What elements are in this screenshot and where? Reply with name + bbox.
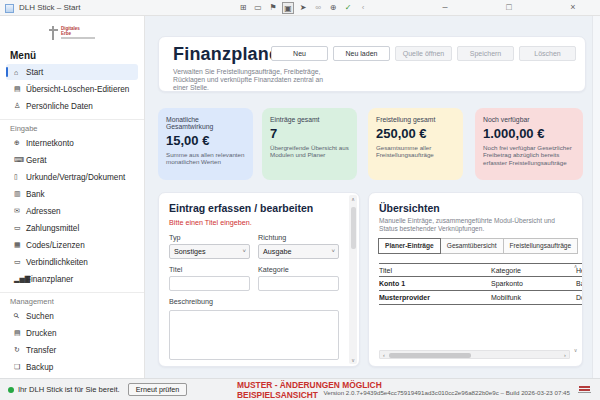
collapse-chevron-icon[interactable]: ‹ (357, 2, 369, 14)
cursor-flag-icon[interactable]: ⚑ (267, 2, 279, 14)
richtung-select[interactable]: Ausgabe ˅ (258, 244, 339, 259)
main-scrollbar[interactable] (592, 16, 600, 378)
scroll-left-icon[interactable]: ‹ (380, 351, 388, 359)
sidebar-item-drucken[interactable]: ▤ Drucken (6, 325, 138, 341)
titel-input[interactable] (169, 276, 250, 291)
capture-region-icon[interactable]: ▣ (282, 2, 294, 14)
sidebar-item-urkunde-vertrag-dokument[interactable]: ▯ Urkunde/Vertrag/Dokument (6, 169, 138, 185)
sidebar-item-finanzplaner[interactable]: ▂▅▇ Finanzplaner (6, 271, 138, 287)
sidebar-item-label: Gerät (26, 156, 46, 165)
capture-monitor-icon[interactable]: ▭ (252, 2, 264, 14)
sidebar-item-backup[interactable]: ❏ Backup (6, 359, 138, 375)
window-title: DLH Stick – Start (19, 3, 80, 12)
addresses-icon: ✉ (14, 207, 26, 215)
app-logo: Digitales Erbe (42, 20, 102, 45)
logo-cross-icon (49, 26, 58, 40)
sidebar-item-label: Codes/Lizenzen (26, 241, 85, 250)
table-horizontal-scrollbar[interactable]: ‹ › (379, 350, 570, 359)
beschreibung-label: Beschreibung (169, 297, 339, 306)
overview-subtitle: Manuelle Einträge, zusammengeführte Modu… (379, 217, 569, 233)
summary-card-eintraege-gesamt: Einträge gesamt 7 Übergreifende Übersich… (262, 108, 357, 180)
maximize-button[interactable]: □ (502, 2, 516, 14)
table-header-row: Titel Kategorie Herkunft (379, 263, 582, 277)
erneut-pruefen-button[interactable]: Erneut prüfen (128, 383, 188, 396)
cell-titel: Musterprovider (379, 291, 491, 304)
scrollbar-thumb[interactable] (351, 207, 356, 249)
bank-icon: ▥ (14, 190, 26, 198)
sidebar-item-verbindlichkeiten[interactable]: ▭ Verbindlichkeiten (6, 254, 138, 270)
sidebar-item-start[interactable]: ⌂ Start (6, 64, 138, 80)
quelle-oeffnen-button[interactable]: Quelle öffnen (395, 46, 452, 61)
card-desc: Noch frei verfügbar Gesetzlicher Freibet… (483, 144, 575, 166)
cursor-window-icon[interactable]: ➤ (297, 2, 309, 14)
typ-value: Sonstiges (174, 247, 206, 256)
overview-table: Titel Kategorie Herkunft Konto 1 Sparkon… (379, 263, 582, 346)
link-icon[interactable]: ∞ (312, 2, 324, 14)
typ-select[interactable]: Sonstiges ˅ (169, 244, 250, 259)
neu-button[interactable]: Neu (271, 46, 328, 61)
finanzplaner-header-card: Finanzplaner Verwalten Sie Freistellungs… (158, 36, 586, 92)
scroll-down-icon[interactable]: ∨ (572, 347, 579, 353)
table-row[interactable]: Musterprovider Mobilfunk Dokument (379, 291, 582, 305)
col-titel: Titel (379, 264, 491, 277)
kategorie-input[interactable] (258, 276, 339, 291)
scroll-up-icon[interactable]: ∧ (349, 196, 357, 202)
upload-globe-icon[interactable]: ⊕ (327, 2, 339, 14)
sidebar-item-zahlungsmittel[interactable]: ▭ Zahlungsmittel (6, 220, 138, 236)
sidebar-item-geraet[interactable]: ⌨ Gerät (6, 152, 138, 168)
liabilities-card-icon: ▭ (14, 258, 26, 266)
cell-kategorie: Mobilfunk (491, 291, 576, 304)
titel-label: Titel (169, 265, 250, 274)
logo-text: Erbe (61, 31, 95, 36)
richtung-value: Ausgabe (263, 247, 291, 256)
card-value: 7 (270, 126, 349, 141)
capture-window-icon[interactable]: ⊞ (237, 2, 249, 14)
form-scrollbar[interactable]: ∧ ∨ (349, 195, 357, 364)
sidebar-item-codes-lizenzen[interactable]: ▦ Codes/Lizenzen (6, 237, 138, 253)
tab-planer-eintraege[interactable]: Planer-Einträge (378, 238, 441, 254)
sidebar-item-suchen[interactable]: ⚲ Suchen (6, 308, 138, 324)
status-ready-text: Ihr DLH Stick ist für Sie bereit. (18, 385, 120, 394)
kategorie-label: Kategorie (258, 265, 339, 274)
tab-gesamtuebersicht[interactable]: Gesamtübersicht (440, 238, 504, 254)
capture-toolbar: ⊞ ▭ ⚑ ▣ ➤ ∞ ⊕ ✓ ‹ (237, 1, 369, 15)
summary-card-monatliche-gesamtwirkung: Monatliche Gesamtwirkung 15,00 € Summe a… (158, 108, 253, 180)
backup-file-icon: ❏ (14, 363, 26, 371)
tab-freistellungsauftraege[interactable]: Freistellungsaufträge (503, 238, 579, 254)
sidebar-item-internetkonto[interactable]: ⊕ Internetkonto (6, 135, 138, 151)
codes-grid-icon: ▦ (14, 241, 26, 249)
table-vertical-scrollbar[interactable]: ∧ ∨ (572, 263, 579, 353)
sidebar-item-bank[interactable]: ▥ Bank (6, 186, 138, 202)
sidebar-item-label: Drucken (26, 329, 57, 338)
beschreibung-textarea[interactable] (169, 310, 339, 360)
card-value: 15,00 € (166, 133, 245, 148)
neu-laden-button[interactable]: Neu laden (333, 46, 390, 61)
minimize-button[interactable]: – (438, 2, 452, 14)
menu-header: Menü (10, 50, 144, 61)
sidebar-item-uebersicht-loeschen-editieren[interactable]: ▤ Übersicht-Löschen-Editieren (6, 81, 138, 97)
confirm-icon[interactable]: ✓ (342, 2, 354, 14)
form-title: Eintrag erfassen / bearbeiten (169, 202, 339, 214)
device-icon: ⌨ (14, 156, 26, 164)
sidebar-item-adressen[interactable]: ✉ Adressen (6, 203, 138, 219)
sidebar-item-persoenliche-daten[interactable]: ♙ Persönliche Daten (6, 98, 138, 114)
scrollbar-thumb[interactable] (389, 353, 471, 358)
app-window: DLH Stick – Start ⊞ ▭ ⚑ ▣ ➤ ∞ ⊕ ✓ ‹ – □ … (0, 0, 600, 400)
overview-title: Übersichten (379, 202, 582, 214)
table-row[interactable]: Konto 1 Sparkonto Bank (379, 277, 582, 291)
sidebar-item-transfer[interactable]: ↻ Transfer (6, 342, 138, 358)
card-label: Freistellung gesamt (376, 116, 455, 123)
transfer-sync-icon: ↻ (14, 346, 26, 354)
scroll-right-icon[interactable]: › (561, 351, 569, 359)
scroll-up-icon[interactable]: ∧ (572, 263, 579, 269)
card-label: Noch verfügbar (483, 116, 575, 123)
loeschen-button[interactable]: Löschen (519, 46, 576, 61)
close-button[interactable]: × (566, 2, 580, 14)
intervall-label: Intervall (258, 365, 339, 367)
person-icon: ♙ (14, 102, 26, 110)
printer-icon: ▤ (14, 329, 26, 337)
scroll-down-icon[interactable]: ∨ (349, 357, 357, 363)
validation-message: Bitte einen Titel eingeben. (169, 218, 339, 227)
sidebar-divider (0, 292, 144, 293)
speichern-button[interactable]: Speichern (457, 46, 514, 61)
